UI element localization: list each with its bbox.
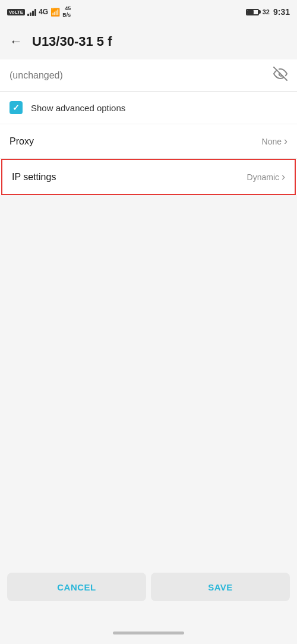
page-title: U13/30-31 5 f: [32, 34, 112, 49]
ip-settings-chevron-icon: ›: [282, 171, 285, 183]
battery-fill: [247, 10, 254, 14]
main-content: ✓ Show advanced options Proxy None › IP …: [0, 59, 297, 195]
ip-settings-value-container: Dynamic ›: [247, 171, 285, 183]
proxy-value-container: None ›: [262, 135, 287, 147]
eye-slash-icon[interactable]: [273, 67, 287, 84]
signal-bar-3: [32, 11, 34, 16]
signal-bar-2: [30, 12, 31, 16]
empty-space: [0, 195, 297, 540]
wifi-icon: 📶: [50, 8, 60, 17]
ip-settings-value: Dynamic: [247, 172, 279, 182]
signal-bar-1: [27, 14, 29, 16]
cancel-button[interactable]: CANCEL: [7, 573, 146, 601]
header: ← U13/30-31 5 f: [0, 24, 297, 59]
checkbox-check-icon: ✓: [12, 103, 20, 112]
volte-badge: VoLTE: [7, 9, 25, 15]
back-button[interactable]: ←: [10, 34, 23, 49]
bottom-buttons: CANCEL SAVE: [0, 566, 297, 608]
proxy-chevron-icon: ›: [284, 135, 287, 147]
speed-value: 45: [62, 5, 71, 12]
signal-bars: [27, 8, 36, 16]
ip-settings-label: IP settings: [12, 172, 56, 183]
advanced-options-label: Show advanced options: [31, 103, 125, 113]
battery-percent: 32: [263, 8, 270, 15]
signal-type: 4G: [39, 8, 48, 16]
password-input[interactable]: [10, 70, 273, 81]
proxy-value: None: [262, 137, 282, 146]
password-field[interactable]: [0, 59, 297, 92]
advanced-options-row[interactable]: ✓ Show advanced options: [0, 92, 297, 124]
advanced-options-checkbox[interactable]: ✓: [10, 101, 23, 114]
speed-unit: B/s: [62, 12, 71, 18]
battery-icon: [246, 9, 259, 15]
ip-settings-row[interactable]: IP settings Dynamic ›: [1, 159, 296, 195]
signal-bar-4: [34, 9, 36, 16]
status-bar-right: 32 9:31: [246, 7, 290, 17]
time-display: 9:31: [273, 7, 290, 17]
save-button[interactable]: SAVE: [151, 573, 290, 601]
speed-display: 45 B/s: [62, 5, 71, 18]
status-bar: VoLTE 4G 📶 45 B/s 32 9:31: [0, 0, 297, 24]
status-bar-left: VoLTE 4G 📶 45 B/s: [7, 5, 71, 18]
proxy-row[interactable]: Proxy None ›: [0, 124, 297, 159]
home-indicator: [113, 632, 184, 634]
proxy-label: Proxy: [10, 136, 34, 147]
